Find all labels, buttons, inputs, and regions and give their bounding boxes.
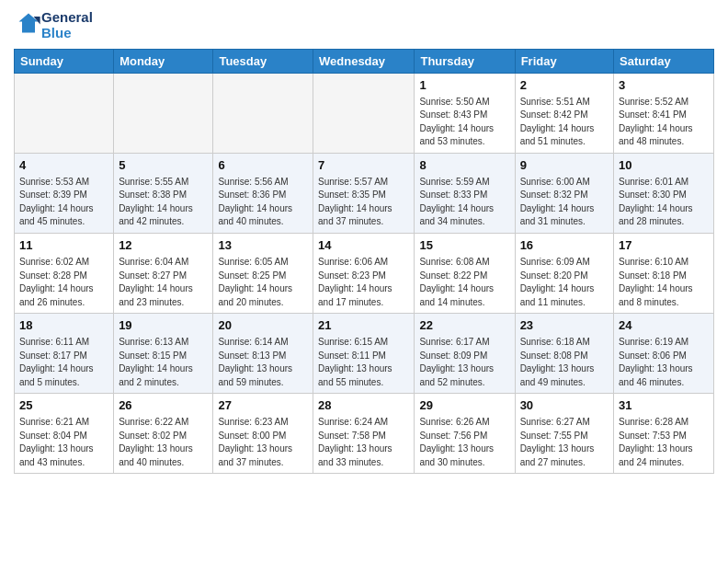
weekday-header-monday: Monday bbox=[114, 49, 213, 73]
day-number: 14 bbox=[318, 237, 409, 254]
day-info: Sunrise: 5:59 AM Sunset: 8:33 PM Dayligh… bbox=[419, 176, 509, 229]
weekday-header-wednesday: Wednesday bbox=[313, 49, 415, 73]
calendar-day-cell bbox=[114, 73, 213, 153]
day-number: 31 bbox=[619, 397, 709, 414]
calendar-day-cell: 1Sunrise: 5:50 AM Sunset: 8:43 PM Daylig… bbox=[415, 73, 515, 153]
day-info: Sunrise: 6:17 AM Sunset: 8:09 PM Dayligh… bbox=[419, 336, 509, 389]
calendar-day-cell: 22Sunrise: 6:17 AM Sunset: 8:09 PM Dayli… bbox=[415, 314, 515, 394]
day-number: 5 bbox=[119, 157, 208, 174]
day-info: Sunrise: 6:24 AM Sunset: 7:58 PM Dayligh… bbox=[318, 416, 409, 469]
day-number: 21 bbox=[318, 317, 409, 334]
page-header: General Blue bbox=[14, 9, 714, 41]
calendar-page: General Blue SundayMondayTuesdayWednesda… bbox=[0, 0, 728, 488]
day-number: 2 bbox=[520, 77, 609, 94]
calendar-day-cell: 9Sunrise: 6:00 AM Sunset: 8:32 PM Daylig… bbox=[515, 153, 613, 233]
calendar-day-cell: 16Sunrise: 6:09 AM Sunset: 8:20 PM Dayli… bbox=[515, 233, 613, 313]
day-info: Sunrise: 6:06 AM Sunset: 8:23 PM Dayligh… bbox=[318, 256, 409, 309]
day-number: 3 bbox=[619, 77, 709, 94]
day-info: Sunrise: 6:22 AM Sunset: 8:02 PM Dayligh… bbox=[119, 416, 208, 469]
weekday-header-sunday: Sunday bbox=[15, 49, 114, 73]
day-number: 20 bbox=[218, 317, 308, 334]
calendar-week-row: 25Sunrise: 6:21 AM Sunset: 8:04 PM Dayli… bbox=[15, 394, 714, 474]
calendar-day-cell: 11Sunrise: 6:02 AM Sunset: 8:28 PM Dayli… bbox=[15, 233, 114, 313]
calendar-day-cell: 27Sunrise: 6:23 AM Sunset: 8:00 PM Dayli… bbox=[213, 394, 313, 474]
calendar-day-cell: 21Sunrise: 6:15 AM Sunset: 8:11 PM Dayli… bbox=[313, 314, 415, 394]
weekday-header-row: SundayMondayTuesdayWednesdayThursdayFrid… bbox=[15, 49, 714, 73]
day-number: 12 bbox=[119, 237, 208, 254]
day-info: Sunrise: 6:21 AM Sunset: 8:04 PM Dayligh… bbox=[19, 416, 108, 469]
day-info: Sunrise: 6:05 AM Sunset: 8:25 PM Dayligh… bbox=[218, 256, 308, 309]
calendar-day-cell: 26Sunrise: 6:22 AM Sunset: 8:02 PM Dayli… bbox=[114, 394, 213, 474]
calendar-day-cell: 5Sunrise: 5:55 AM Sunset: 8:38 PM Daylig… bbox=[114, 153, 213, 233]
calendar-week-row: 1Sunrise: 5:50 AM Sunset: 8:43 PM Daylig… bbox=[15, 73, 714, 153]
calendar-day-cell bbox=[15, 73, 114, 153]
logo-text-line2: Blue bbox=[41, 25, 93, 40]
day-number: 19 bbox=[119, 317, 208, 334]
weekday-header-friday: Friday bbox=[515, 49, 613, 73]
calendar-day-cell: 24Sunrise: 6:19 AM Sunset: 8:06 PM Dayli… bbox=[614, 314, 714, 394]
svg-marker-0 bbox=[19, 14, 39, 33]
day-number: 28 bbox=[318, 397, 409, 414]
day-number: 10 bbox=[619, 157, 709, 174]
weekday-header-tuesday: Tuesday bbox=[213, 49, 313, 73]
day-number: 27 bbox=[218, 397, 308, 414]
day-number: 11 bbox=[19, 237, 108, 254]
day-info: Sunrise: 5:50 AM Sunset: 8:43 PM Dayligh… bbox=[419, 96, 509, 149]
day-info: Sunrise: 6:13 AM Sunset: 8:15 PM Dayligh… bbox=[119, 336, 208, 389]
day-info: Sunrise: 5:51 AM Sunset: 8:42 PM Dayligh… bbox=[520, 96, 609, 149]
day-number: 25 bbox=[19, 397, 108, 414]
calendar-day-cell: 6Sunrise: 5:56 AM Sunset: 8:36 PM Daylig… bbox=[213, 153, 313, 233]
day-info: Sunrise: 6:02 AM Sunset: 8:28 PM Dayligh… bbox=[19, 256, 108, 309]
day-info: Sunrise: 6:01 AM Sunset: 8:30 PM Dayligh… bbox=[619, 176, 709, 229]
day-number: 22 bbox=[419, 317, 509, 334]
day-number: 30 bbox=[520, 397, 609, 414]
day-number: 9 bbox=[520, 157, 609, 174]
calendar-day-cell: 15Sunrise: 6:08 AM Sunset: 8:22 PM Dayli… bbox=[415, 233, 515, 313]
logo-text-line1: General bbox=[41, 9, 93, 25]
day-info: Sunrise: 6:08 AM Sunset: 8:22 PM Dayligh… bbox=[419, 256, 509, 309]
calendar-day-cell: 4Sunrise: 5:53 AM Sunset: 8:39 PM Daylig… bbox=[15, 153, 114, 233]
calendar-day-cell bbox=[213, 73, 313, 153]
calendar-day-cell: 14Sunrise: 6:06 AM Sunset: 8:23 PM Dayli… bbox=[313, 233, 415, 313]
calendar-day-cell: 31Sunrise: 6:28 AM Sunset: 7:53 PM Dayli… bbox=[614, 394, 714, 474]
calendar-day-cell: 20Sunrise: 6:14 AM Sunset: 8:13 PM Dayli… bbox=[213, 314, 313, 394]
day-number: 29 bbox=[419, 397, 509, 414]
calendar-day-cell: 30Sunrise: 6:27 AM Sunset: 7:55 PM Dayli… bbox=[515, 394, 613, 474]
logo-icon bbox=[16, 10, 41, 36]
day-info: Sunrise: 6:09 AM Sunset: 8:20 PM Dayligh… bbox=[520, 256, 609, 309]
calendar-day-cell: 2Sunrise: 5:51 AM Sunset: 8:42 PM Daylig… bbox=[515, 73, 613, 153]
day-info: Sunrise: 5:53 AM Sunset: 8:39 PM Dayligh… bbox=[19, 176, 108, 229]
day-number: 23 bbox=[520, 317, 609, 334]
weekday-header-saturday: Saturday bbox=[614, 49, 714, 73]
day-info: Sunrise: 6:28 AM Sunset: 7:53 PM Dayligh… bbox=[619, 416, 709, 469]
day-info: Sunrise: 6:11 AM Sunset: 8:17 PM Dayligh… bbox=[19, 336, 108, 389]
day-number: 26 bbox=[119, 397, 208, 414]
calendar-day-cell: 12Sunrise: 6:04 AM Sunset: 8:27 PM Dayli… bbox=[114, 233, 213, 313]
day-number: 1 bbox=[419, 77, 509, 94]
day-number: 7 bbox=[318, 157, 409, 174]
calendar-day-cell: 7Sunrise: 5:57 AM Sunset: 8:35 PM Daylig… bbox=[313, 153, 415, 233]
day-number: 6 bbox=[218, 157, 308, 174]
calendar-day-cell: 19Sunrise: 6:13 AM Sunset: 8:15 PM Dayli… bbox=[114, 314, 213, 394]
day-info: Sunrise: 5:55 AM Sunset: 8:38 PM Dayligh… bbox=[119, 176, 208, 229]
day-number: 8 bbox=[419, 157, 509, 174]
day-number: 16 bbox=[520, 237, 609, 254]
calendar-table: SundayMondayTuesdayWednesdayThursdayFrid… bbox=[14, 49, 714, 475]
calendar-day-cell: 23Sunrise: 6:18 AM Sunset: 8:08 PM Dayli… bbox=[515, 314, 613, 394]
day-info: Sunrise: 5:56 AM Sunset: 8:36 PM Dayligh… bbox=[218, 176, 308, 229]
calendar-day-cell: 28Sunrise: 6:24 AM Sunset: 7:58 PM Dayli… bbox=[313, 394, 415, 474]
calendar-day-cell: 8Sunrise: 5:59 AM Sunset: 8:33 PM Daylig… bbox=[415, 153, 515, 233]
calendar-day-cell bbox=[313, 73, 415, 153]
day-info: Sunrise: 6:14 AM Sunset: 8:13 PM Dayligh… bbox=[218, 336, 308, 389]
day-info: Sunrise: 6:00 AM Sunset: 8:32 PM Dayligh… bbox=[520, 176, 609, 229]
day-number: 15 bbox=[419, 237, 509, 254]
calendar-week-row: 4Sunrise: 5:53 AM Sunset: 8:39 PM Daylig… bbox=[15, 153, 714, 233]
weekday-header-thursday: Thursday bbox=[415, 49, 515, 73]
calendar-day-cell: 29Sunrise: 6:26 AM Sunset: 7:56 PM Dayli… bbox=[415, 394, 515, 474]
day-info: Sunrise: 6:04 AM Sunset: 8:27 PM Dayligh… bbox=[119, 256, 208, 309]
calendar-week-row: 18Sunrise: 6:11 AM Sunset: 8:17 PM Dayli… bbox=[15, 314, 714, 394]
logo: General Blue bbox=[14, 9, 93, 41]
calendar-day-cell: 25Sunrise: 6:21 AM Sunset: 8:04 PM Dayli… bbox=[15, 394, 114, 474]
calendar-day-cell: 10Sunrise: 6:01 AM Sunset: 8:30 PM Dayli… bbox=[614, 153, 714, 233]
day-info: Sunrise: 6:10 AM Sunset: 8:18 PM Dayligh… bbox=[619, 256, 709, 309]
